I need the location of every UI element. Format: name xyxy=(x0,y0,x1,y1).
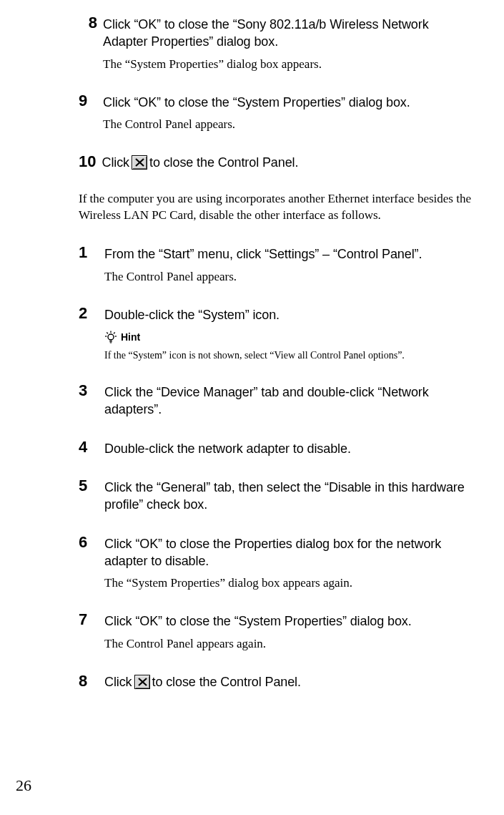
step-main-text: Click the “General” tab, then select the… xyxy=(104,479,475,514)
step-main-text: Click “OK” to close the Properties dialo… xyxy=(104,535,475,570)
step-content: Click the “General” tab, then select the… xyxy=(104,477,475,514)
step-1: 1 From the “Start” menu, click “Settings… xyxy=(79,244,475,284)
step-text-before: Click xyxy=(102,154,129,171)
step-main-text: Click “OK” to close the “System Properti… xyxy=(103,94,475,111)
step-2: 2 Double-click the “System” icon. xyxy=(79,305,475,362)
step-number: 7 xyxy=(79,611,104,651)
step-4: 4 Double-click the network adapter to di… xyxy=(79,439,475,457)
step-content: Click the “Device Manager” tab and doubl… xyxy=(104,382,475,419)
step-main-text: Click “OK” to close the “System Properti… xyxy=(104,613,475,630)
step-number: 8 xyxy=(79,673,104,690)
hint-label: Hint xyxy=(121,331,140,343)
step-text-after: to close the Control Panel. xyxy=(149,154,298,171)
step-7: 7 Click “OK” to close the “System Proper… xyxy=(79,611,475,651)
step-content: Click “OK” to close the “System Properti… xyxy=(103,92,475,132)
close-icon xyxy=(134,675,150,689)
intermediate-paragraph: If the computer you are using incorporat… xyxy=(79,191,475,224)
step-6: 6 Click “OK” to close the Properties dia… xyxy=(79,534,475,592)
step-sub-text: The “System Properties” dialog box appea… xyxy=(104,575,475,591)
svg-rect-8 xyxy=(109,340,112,341)
step-main-text: Click to close the Control Panel. xyxy=(102,154,475,171)
svg-line-4 xyxy=(114,332,115,333)
step-main-text: Double-click the network adapter to disa… xyxy=(104,440,475,457)
step-5: 5 Click the “General” tab, then select t… xyxy=(79,477,475,514)
step-content: From the “Start” menu, click “Settings” … xyxy=(104,244,475,284)
step-number: 8 xyxy=(79,14,103,72)
step-number: 1 xyxy=(79,244,104,284)
hint-text: If the “System” icon is not shown, selec… xyxy=(104,349,475,362)
step-main-text: From the “Start” menu, click “Settings” … xyxy=(104,245,475,263)
step-number: 3 xyxy=(79,382,104,419)
svg-rect-9 xyxy=(109,341,112,342)
step-number: 5 xyxy=(79,477,104,514)
step-sub-text: The Control Panel appears. xyxy=(103,117,475,132)
step-sub-text: The “System Properties” dialog box appea… xyxy=(103,57,475,72)
first-step-list: 8 Click “OK” to close the “Sony 802.11a/… xyxy=(79,14,475,171)
step-content: Click “OK” to close the “System Properti… xyxy=(104,611,475,651)
step-number: 9 xyxy=(79,92,103,132)
step-3: 3 Click the “Device Manager” tab and dou… xyxy=(79,382,475,419)
svg-point-7 xyxy=(108,334,114,340)
step-number: 4 xyxy=(79,439,104,457)
step-sub-text: The Control Panel appears. xyxy=(104,269,475,285)
step-9: 9 Click “OK” to close the “System Proper… xyxy=(79,92,475,132)
step-text-before: Click xyxy=(104,673,132,690)
svg-rect-10 xyxy=(110,342,112,343)
step-content: Click “OK” to close the Properties dialo… xyxy=(104,534,475,592)
step-text-after: to close the Control Panel. xyxy=(152,673,301,690)
step-content: Click to close the Control Panel. xyxy=(102,152,475,171)
step-number: 10 xyxy=(79,153,102,170)
second-step-list: 1 From the “Start” menu, click “Settings… xyxy=(79,244,475,690)
step-number: 2 xyxy=(79,305,104,362)
step-content: Click “OK” to close the “Sony 802.11a/b … xyxy=(103,14,475,72)
step-10: 10 Click to close the Control Panel. xyxy=(79,152,475,171)
step-main-text: Click to close the Control Panel. xyxy=(104,673,475,690)
step-main-text: Click the “Device Manager” tab and doubl… xyxy=(104,384,475,419)
lightbulb-icon xyxy=(104,331,117,343)
step-content: Double-click the “System” icon. xyxy=(104,305,475,362)
step-8: 8 Click “OK” to close the “Sony 802.11a/… xyxy=(79,14,475,72)
svg-line-3 xyxy=(107,332,108,333)
step-content: Click to close the Control Panel. xyxy=(104,672,475,690)
step-main-text: Click “OK” to close the “Sony 802.11a/b … xyxy=(103,16,475,51)
step-sub-text: The Control Panel appears again. xyxy=(104,636,475,652)
page-number: 26 xyxy=(16,776,31,795)
step-number: 6 xyxy=(79,534,104,592)
step-content: Double-click the network adapter to disa… xyxy=(104,439,475,457)
hint-block: Hint If the “System” icon is not shown, … xyxy=(104,331,475,362)
close-icon xyxy=(132,155,147,170)
step-main-text: Double-click the “System” icon. xyxy=(104,306,475,323)
step-8b: 8 Click to close the Control Panel. xyxy=(79,672,475,690)
hint-header: Hint xyxy=(104,331,475,343)
